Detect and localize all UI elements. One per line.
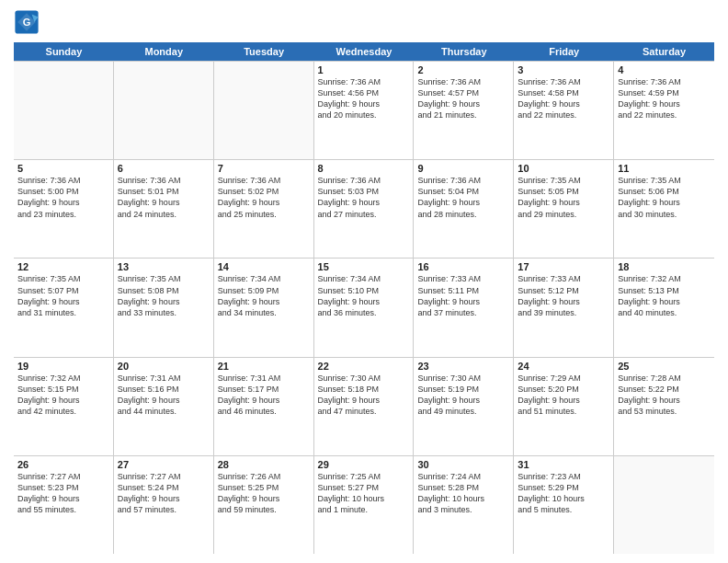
page: G SundayMondayTuesdayWednesdayThursdayFr… (0, 0, 728, 563)
calendar: SundayMondayTuesdayWednesdayThursdayFrid… (14, 42, 714, 554)
cell-line: Daylight: 9 hours (118, 296, 210, 307)
cell-line: Sunset: 5:20 PM (518, 384, 609, 395)
calendar-cell: 19Sunrise: 7:32 AMSunset: 5:15 PMDayligh… (14, 358, 114, 455)
weekday-header: Wednesday (314, 42, 415, 61)
cell-line: Sunrise: 7:30 AM (417, 373, 509, 384)
cell-line: Sunset: 5:15 PM (17, 384, 109, 395)
cell-line: and 59 minutes. (218, 504, 310, 515)
cell-line: and 55 minutes. (17, 504, 109, 515)
cell-line: Sunset: 5:03 PM (318, 186, 410, 197)
cell-line: Sunrise: 7:36 AM (417, 76, 509, 87)
cell-line: Daylight: 9 hours (318, 98, 410, 109)
cell-line: Daylight: 9 hours (518, 296, 609, 307)
header: G (14, 9, 714, 35)
logo-icon: G (14, 9, 40, 35)
calendar-row: 1Sunrise: 7:36 AMSunset: 4:56 PMDaylight… (14, 61, 714, 159)
cell-line: and 30 minutes. (618, 209, 711, 220)
cell-line: Daylight: 9 hours (618, 395, 711, 406)
calendar-cell: 25Sunrise: 7:28 AMSunset: 5:22 PMDayligh… (614, 358, 714, 455)
day-number: 26 (17, 459, 109, 470)
cell-line: and 49 minutes. (417, 406, 509, 417)
cell-line: Sunset: 5:05 PM (518, 186, 609, 197)
cell-line: Daylight: 9 hours (618, 98, 711, 109)
day-number: 21 (218, 361, 310, 372)
cell-line: Daylight: 9 hours (417, 395, 509, 406)
cell-line: and 33 minutes. (118, 307, 210, 318)
calendar-header: SundayMondayTuesdayWednesdayThursdayFrid… (14, 42, 714, 61)
cell-line: and 37 minutes. (417, 307, 509, 318)
cell-line: Sunset: 4:59 PM (618, 87, 711, 98)
day-number: 13 (118, 261, 210, 272)
calendar-cell: 26Sunrise: 7:27 AMSunset: 5:23 PMDayligh… (14, 456, 114, 554)
cell-line: and 24 minutes. (118, 209, 210, 220)
svg-text:G: G (23, 17, 31, 28)
cell-line: and 23 minutes. (17, 209, 109, 220)
calendar-row: 12Sunrise: 7:35 AMSunset: 5:07 PMDayligh… (14, 258, 714, 356)
calendar-cell: 9Sunrise: 7:36 AMSunset: 5:04 PMDaylight… (414, 160, 514, 258)
cell-line: Sunrise: 7:31 AM (118, 373, 210, 384)
day-number: 12 (17, 261, 109, 272)
cell-line: Sunrise: 7:35 AM (618, 175, 711, 186)
day-number: 23 (417, 361, 509, 372)
cell-line: and 36 minutes. (318, 307, 410, 318)
weekday-header: Friday (514, 42, 614, 61)
cell-line: Daylight: 10 hours (518, 493, 609, 504)
cell-line: Daylight: 9 hours (17, 493, 109, 504)
calendar-cell: 2Sunrise: 7:36 AMSunset: 4:57 PMDaylight… (414, 62, 514, 159)
calendar-cell: 3Sunrise: 7:36 AMSunset: 4:58 PMDaylight… (514, 62, 614, 159)
cell-line: Sunrise: 7:29 AM (518, 373, 609, 384)
day-number: 29 (318, 459, 410, 470)
cell-line: Sunset: 5:22 PM (618, 384, 711, 395)
weekday-header: Saturday (614, 42, 714, 61)
weekday-header: Monday (114, 42, 214, 61)
calendar-cell (214, 62, 314, 159)
calendar-grid: 1Sunrise: 7:36 AMSunset: 4:56 PMDaylight… (14, 61, 714, 554)
day-number: 10 (518, 163, 609, 174)
cell-line: Sunrise: 7:34 AM (218, 273, 310, 284)
cell-line: Sunrise: 7:35 AM (17, 273, 109, 284)
calendar-cell: 20Sunrise: 7:31 AMSunset: 5:16 PMDayligh… (114, 358, 214, 455)
cell-line: Daylight: 9 hours (318, 197, 410, 208)
cell-line: and 22 minutes. (518, 109, 609, 121)
cell-line: and 28 minutes. (417, 209, 509, 220)
cell-line: Sunset: 5:23 PM (17, 482, 109, 493)
day-number: 15 (318, 261, 410, 272)
cell-line: Daylight: 9 hours (618, 296, 711, 307)
calendar-cell: 14Sunrise: 7:34 AMSunset: 5:09 PMDayligh… (214, 259, 314, 356)
cell-line: Daylight: 9 hours (118, 395, 210, 406)
calendar-cell: 10Sunrise: 7:35 AMSunset: 5:05 PMDayligh… (514, 160, 614, 258)
day-number: 14 (218, 261, 310, 272)
cell-line: and 53 minutes. (618, 406, 711, 417)
cell-line: and 1 minute. (318, 504, 410, 515)
day-number: 4 (618, 64, 711, 75)
cell-line: Sunrise: 7:23 AM (518, 471, 609, 482)
cell-line: Daylight: 9 hours (318, 296, 410, 307)
calendar-cell: 11Sunrise: 7:35 AMSunset: 5:06 PMDayligh… (614, 160, 714, 258)
cell-line: Sunset: 5:11 PM (417, 285, 509, 296)
cell-line: Sunset: 5:04 PM (417, 186, 509, 197)
calendar-row: 19Sunrise: 7:32 AMSunset: 5:15 PMDayligh… (14, 357, 714, 455)
cell-line: Daylight: 9 hours (218, 395, 310, 406)
calendar-cell: 28Sunrise: 7:26 AMSunset: 5:25 PMDayligh… (214, 456, 314, 554)
cell-line: Daylight: 9 hours (218, 296, 310, 307)
cell-line: Sunrise: 7:27 AM (17, 471, 109, 482)
cell-line: and 5 minutes. (518, 504, 609, 515)
cell-line: Sunrise: 7:36 AM (318, 175, 410, 186)
cell-line: Sunset: 5:28 PM (417, 482, 509, 493)
cell-line: Daylight: 9 hours (17, 296, 109, 307)
cell-line: and 29 minutes. (518, 209, 609, 220)
cell-line: Daylight: 9 hours (417, 197, 509, 208)
day-number: 28 (218, 459, 310, 470)
cell-line: Daylight: 9 hours (218, 493, 310, 504)
cell-line: and 21 minutes. (417, 109, 509, 121)
cell-line: Sunset: 5:12 PM (518, 285, 609, 296)
calendar-row: 26Sunrise: 7:27 AMSunset: 5:23 PMDayligh… (14, 455, 714, 554)
day-number: 11 (618, 163, 711, 174)
cell-line: Sunrise: 7:31 AM (218, 373, 310, 384)
day-number: 3 (518, 64, 609, 75)
cell-line: Daylight: 10 hours (417, 493, 509, 504)
cell-line: Sunset: 5:29 PM (518, 482, 609, 493)
calendar-cell: 13Sunrise: 7:35 AMSunset: 5:08 PMDayligh… (114, 259, 214, 356)
cell-line: Daylight: 9 hours (518, 197, 609, 208)
calendar-cell: 21Sunrise: 7:31 AMSunset: 5:17 PMDayligh… (214, 358, 314, 455)
